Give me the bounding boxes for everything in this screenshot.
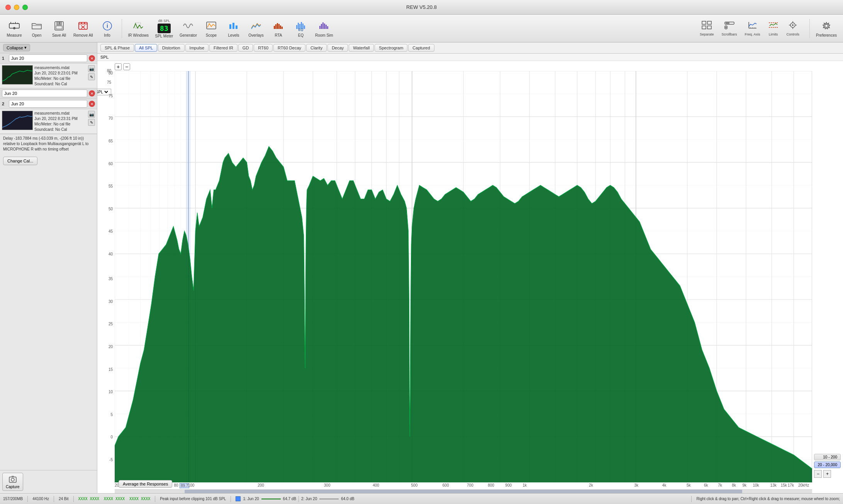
svg-point-5 — [13, 27, 15, 29]
tab-captured[interactable]: Captured — [408, 44, 434, 52]
controls-label: Controls — [787, 32, 800, 36]
limits-button[interactable]: Limits — [766, 19, 781, 37]
close-measurement-2[interactable]: ✕ — [89, 101, 95, 107]
snapshot-icon-2[interactable]: 📷 — [88, 111, 95, 118]
info-button[interactable]: i Info — [97, 17, 118, 40]
y-label-30: 30 — [109, 299, 113, 304]
open-label: Open — [32, 33, 41, 37]
svg-rect-26 — [278, 24, 280, 29]
preferences-button[interactable]: Preferences — [814, 17, 839, 40]
svg-text:EQ: EQ — [298, 28, 303, 31]
delay-info: Delay -183.7884 ms (-63.039 m, -(206 ft … — [0, 134, 97, 154]
x-label-300: 300 — [324, 483, 331, 487]
graph-svg[interactable] — [115, 71, 812, 482]
change-cal-section: Change Cal... — [0, 154, 97, 168]
tab-gd[interactable]: GD — [238, 44, 253, 52]
y-label-50: 50 — [109, 207, 113, 211]
fullscreen-window-btn[interactable] — [22, 5, 28, 10]
measure-button[interactable]: Measure — [4, 17, 25, 40]
generator-icon — [182, 20, 194, 32]
save-all-button[interactable]: Save All — [49, 17, 70, 40]
overlays-button[interactable]: Overlays — [246, 17, 266, 40]
tab-filtered-ir[interactable]: Filtered IR — [209, 44, 237, 52]
eq-button[interactable]: EQ EQ — [290, 17, 311, 40]
svg-rect-20 — [229, 24, 231, 29]
rta-button[interactable]: RTA — [268, 17, 289, 40]
range-20-20000-btn[interactable]: 20 - 20,000 — [814, 462, 841, 468]
svg-rect-24 — [275, 24, 276, 29]
svg-rect-39 — [324, 24, 325, 29]
remove-all-button[interactable]: Remove All — [71, 17, 95, 40]
scrollbars-button[interactable]: Scrollbars — [719, 19, 740, 37]
spl-value-box[interactable]: 74.2 SPL — [97, 89, 111, 95]
tab-clarity[interactable]: Clarity — [306, 44, 327, 52]
measurement-details-2: measurements.mdat Jun 20, 2022 8:23:31 P… — [34, 111, 87, 132]
y-label-15: 15 — [109, 367, 113, 372]
capture-button[interactable]: Capture — [2, 473, 23, 491]
freq-axis-button[interactable]: Freq. Axis — [743, 19, 763, 37]
svg-rect-65 — [2, 111, 33, 130]
y-label-65: 65 — [109, 139, 113, 143]
graph-container[interactable]: + − 80 75 74.2 SPL — [97, 61, 843, 493]
snapshot-icon-1[interactable]: 📷 — [88, 65, 95, 72]
measurement-name-2[interactable] — [9, 100, 87, 108]
tab-spl-phase[interactable]: SPL & Phase — [100, 44, 134, 52]
scope-button[interactable]: Scope — [201, 17, 222, 40]
ir-windows-button[interactable]: IR Windows — [126, 17, 151, 40]
open-button[interactable]: Open — [26, 17, 47, 40]
overlays-label: Overlays — [248, 33, 263, 37]
tab-impulse[interactable]: Impulse — [185, 44, 209, 52]
legend-checkbox-1 — [236, 496, 241, 501]
tab-rt60[interactable]: RT60 — [254, 44, 273, 52]
svg-text:i: i — [107, 23, 108, 29]
x-scrollbar[interactable] — [115, 489, 812, 493]
tab-distortion[interactable]: Distortion — [158, 44, 184, 52]
room-sim-button[interactable]: Room Sim — [313, 17, 336, 40]
capture-label: Capture — [6, 485, 20, 489]
tab-waterfall[interactable]: Waterfall — [349, 44, 374, 52]
separate-button[interactable]: Separate — [697, 19, 716, 37]
item-number-2: 2 — [2, 101, 7, 106]
tab-spectrogram[interactable]: Spectrogram — [375, 44, 407, 52]
close-window-btn[interactable] — [5, 5, 11, 10]
minimize-window-btn[interactable] — [14, 5, 19, 10]
svg-rect-66 — [9, 477, 16, 482]
memory-status: 157/200MB — [3, 497, 23, 501]
svg-rect-38 — [322, 22, 324, 29]
close-measurement-1[interactable]: ✕ — [89, 55, 95, 61]
status-sep-7 — [691, 496, 692, 502]
tab-decay[interactable]: Decay — [327, 44, 348, 52]
y-label-5: 5 — [110, 413, 113, 417]
svg-rect-34 — [304, 25, 305, 29]
measurement-header-2: 2 ✕ — [0, 99, 97, 109]
measurement-name-input-2-header[interactable] — [2, 90, 87, 97]
close-measurement-2-header[interactable]: ✕ — [89, 90, 95, 96]
edit-icon-2[interactable]: ✎ — [88, 119, 95, 126]
avg-responses-btn[interactable]: Average the Responses — [119, 480, 172, 488]
svg-rect-40 — [326, 25, 327, 29]
tab-rt60-decay[interactable]: RT60 Decay — [273, 44, 305, 52]
zoom-range-plus[interactable]: + — [823, 470, 831, 478]
edit-icon-1[interactable]: ✎ — [88, 73, 95, 80]
levels-button[interactable]: Levels — [223, 17, 244, 40]
range-10-200-btn[interactable]: 10 - 200 — [814, 454, 841, 460]
zoom-out-btn[interactable]: − — [123, 63, 130, 70]
generator-button[interactable]: Generator — [177, 17, 199, 40]
spl-meter-button[interactable]: dB SPL 83 SPL Meter — [153, 17, 176, 40]
filename-1: measurements.mdat — [34, 65, 87, 70]
y-label-45: 45 — [109, 229, 113, 233]
date-2: Jun 20, 2022 8:23:31 PM — [34, 116, 87, 121]
spl-type-select[interactable]: SPL — [97, 90, 109, 95]
thumbnail-1[interactable] — [2, 65, 33, 85]
thumbnail-2[interactable] — [2, 111, 33, 130]
measurement-row-1: measurements.mdat Jun 20, 2022 8:23:01 P… — [0, 64, 97, 88]
zoom-in-btn[interactable]: + — [115, 63, 122, 70]
controls-button[interactable]: Controls — [784, 19, 802, 37]
x-label-200: 200 — [258, 483, 264, 487]
zoom-range-minus[interactable]: − — [814, 470, 822, 478]
tab-all-spl[interactable]: All SPL — [135, 44, 157, 52]
toolbar-sep-1 — [122, 19, 122, 38]
measurement-name-1[interactable] — [9, 54, 87, 62]
change-cal-button[interactable]: Change Cal... — [3, 157, 37, 165]
collapse-button[interactable]: Collapse ▾ — [3, 44, 30, 51]
